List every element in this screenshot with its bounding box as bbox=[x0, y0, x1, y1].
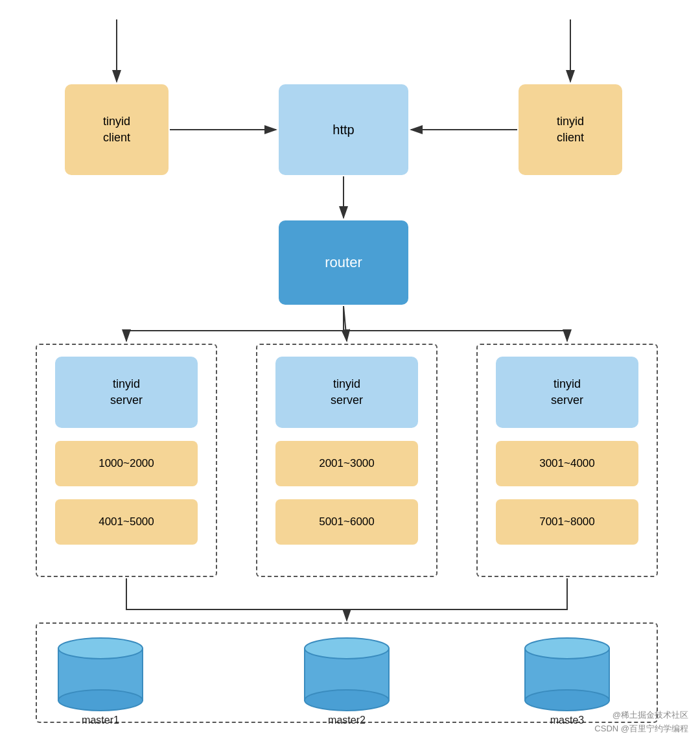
http-box: http bbox=[279, 84, 408, 175]
master2-cylinder bbox=[298, 629, 395, 713]
svg-point-13 bbox=[305, 638, 389, 659]
server-2-label: tinyid server bbox=[331, 376, 363, 408]
svg-point-16 bbox=[525, 638, 609, 659]
http-label: http bbox=[332, 121, 354, 139]
range-1-2: 4001~5000 bbox=[55, 499, 198, 545]
master1-cylinder bbox=[52, 629, 149, 713]
svg-point-10 bbox=[58, 638, 143, 659]
range-3-2: 7001~8000 bbox=[496, 499, 638, 545]
master2-label: master2 bbox=[328, 715, 366, 726]
range-3-2-label: 7001~8000 bbox=[539, 514, 595, 530]
watermark-line2: CSDN @百里宁约学编程 bbox=[594, 722, 688, 736]
master1-wrapper: master1 bbox=[52, 629, 149, 726]
range-1-1-label: 1000~2000 bbox=[99, 456, 154, 471]
range-1-2-label: 4001~5000 bbox=[99, 514, 154, 530]
maste3-label: maste3 bbox=[550, 715, 584, 726]
router-label: router bbox=[325, 253, 362, 273]
client-right-label: tinyid client bbox=[557, 113, 584, 146]
watermark-line1: @稀土掘金技术社区 bbox=[594, 709, 688, 722]
range-2-2-label: 5001~6000 bbox=[319, 514, 375, 530]
range-2-1-label: 2001~3000 bbox=[319, 456, 375, 471]
server-3-label: tinyid server bbox=[551, 376, 583, 408]
maste3-cylinder bbox=[519, 629, 616, 713]
range-1-1: 1000~2000 bbox=[55, 441, 198, 486]
svg-point-12 bbox=[305, 690, 389, 711]
watermark: @稀土掘金技术社区 CSDN @百里宁约学编程 bbox=[594, 709, 688, 736]
client-left-label: tinyid client bbox=[103, 113, 130, 146]
master1-label: master1 bbox=[82, 715, 119, 726]
server-2-box: tinyid server bbox=[275, 357, 418, 428]
svg-point-15 bbox=[525, 690, 609, 711]
router-box: router bbox=[279, 220, 408, 305]
range-3-1: 3001~4000 bbox=[496, 441, 638, 486]
client-left-box: tinyid client bbox=[65, 84, 169, 175]
svg-point-9 bbox=[58, 690, 143, 711]
server-3-box: tinyid server bbox=[496, 357, 638, 428]
client-right-box: tinyid client bbox=[519, 84, 622, 175]
range-2-1: 2001~3000 bbox=[275, 441, 418, 486]
range-3-1-label: 3001~4000 bbox=[539, 456, 595, 471]
server-1-label: tinyid server bbox=[110, 376, 143, 408]
diagram-container: tinyid client http tinyid client router … bbox=[0, 0, 700, 745]
master2-wrapper: master2 bbox=[298, 629, 395, 726]
server-1-box: tinyid server bbox=[55, 357, 198, 428]
range-2-2: 5001~6000 bbox=[275, 499, 418, 545]
